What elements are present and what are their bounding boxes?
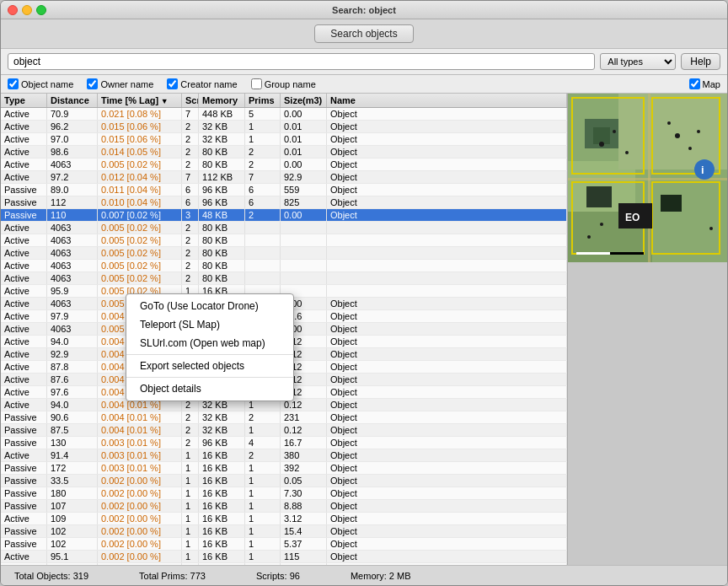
table-cell: 8.88 [281,500,327,512]
table-cell: Object [327,298,567,309]
search-objects-button[interactable]: Search objects [314,24,413,43]
table-row[interactable]: Active97.20.012 [0.04 %]7112 KB792.9Obje… [1,171,567,184]
search-input[interactable] [8,53,595,70]
table-cell: 0.01 [281,146,327,158]
context-menu-item[interactable]: GoTo (Use Locator Drone) [126,297,293,315]
table-cell: 1 [182,513,199,524]
table-cell: 392 [281,462,327,474]
table-cell: 107 [47,500,98,512]
table-row[interactable]: Passive1300.003 [0.01 %]296 KB416.7Objec… [1,437,567,449]
table-row[interactable]: Passive87.50.004 [0.01 %]232 KB10.12Obje… [1,424,567,437]
col-memory[interactable]: Memory [199,94,245,107]
table-row[interactable]: Passive1120.010 [0.04 %]696 KB6825Object [1,196,567,209]
map-image[interactable]: EO i [568,94,727,262]
svg-point-22 [688,147,692,150]
help-button[interactable]: Help [681,53,720,70]
table-cell: 96 KB [199,196,245,208]
col-size[interactable]: Size(m3) [281,94,327,107]
table-row[interactable]: Active40630.005 [0.02 %]280 KB [1,234,567,247]
table-row[interactable]: Active40630.005 [0.02 %]280 KB [1,272,567,285]
table-cell: 96 KB [199,184,245,196]
table-cell: 8.93 [281,563,327,565]
table-row[interactable]: Passive1020.002 [0.00 %]116 KB115.4Objec… [1,525,567,538]
table-row[interactable]: Active70.90.021 [0.08 %]7448 KB50.00Obje… [1,108,567,121]
table-cell: 1 [245,424,281,436]
table-cell: Active [1,361,47,373]
close-button[interactable] [8,5,18,15]
table-cell: Object [327,563,567,565]
table-cell: 102 [47,525,98,537]
context-menu-item[interactable]: Object details [126,379,293,398]
col-name[interactable]: Name [327,94,567,107]
table-row[interactable]: Passive1100.007 [0.02 %]348 KB20.00Objec… [1,209,567,222]
table-cell: 4063 [47,272,98,284]
table-cell: Object [327,462,567,474]
col-type[interactable]: Type [1,94,47,107]
svg-rect-12 [586,186,612,207]
type-select[interactable]: All types [600,53,676,70]
filter-map[interactable]: Map [689,78,720,89]
creator-name-checkbox[interactable] [167,78,178,89]
table-cell: Active [1,399,47,411]
context-menu-item[interactable]: SLUrl.com (Open web map) [126,334,293,352]
table-cell: Object [327,538,567,550]
table-cell: 6 [182,184,199,196]
filter-object-name[interactable]: Object name [8,78,73,89]
table-row[interactable]: Active95.10.002 [0.00 %]116 KB1115Object [1,551,567,563]
table-cell: 89.0 [47,184,98,196]
table-cell: 2 [182,260,199,271]
table-cell: 2 [182,159,199,170]
table-cell: Active [1,336,47,347]
table-cell [245,247,281,259]
table-row[interactable]: Active91.40.003 [0.01 %]116 KB2380Object [1,449,567,462]
owner-name-label: Owner name [100,79,153,89]
object-name-checkbox[interactable] [8,78,19,89]
col-prims[interactable]: Prims [245,94,281,107]
table-row[interactable]: Passive33.50.002 [0.00 %]116 KB10.05Obje… [1,475,567,487]
table-row[interactable]: Active40630.005 [0.02 %]280 KB [1,260,567,272]
table-row[interactable]: Passive89.00.011 [0.04 %]696 KB6559Objec… [1,184,567,196]
table-row[interactable]: Active1090.002 [0.00 %]116 KB13.12Object [1,513,567,525]
table-cell: 0.05 [281,475,327,487]
col-time[interactable]: Time [% Lag] [98,94,182,107]
minimize-button[interactable] [22,5,32,15]
table-cell: 33.5 [47,475,98,487]
map-checkbox[interactable] [689,78,700,89]
table-cell: 5.37 [281,538,327,550]
table-cell: Passive [1,475,47,487]
context-menu-item[interactable]: Export selected objects [126,357,293,375]
table-cell: 0.002 [0.00 %] [98,500,182,512]
table-cell: 1 [245,500,281,512]
table-row[interactable]: Active97.00.015 [0.06 %]232 KB10.01Objec… [1,133,567,146]
table-cell: Object [327,424,567,436]
filter-creator-name[interactable]: Creator name [167,78,237,89]
table-cell: 15.4 [281,525,327,537]
table-cell: Object [327,487,567,499]
table-row[interactable]: Passive1720.003 [0.01 %]116 KB1392Object [1,462,567,475]
table-row[interactable]: Passive90.60.004 [0.01 %]232 KB2231Objec… [1,411,567,424]
table-row[interactable]: Active40630.005 [0.02 %]280 KB [1,247,567,260]
table-row[interactable]: Active98.60.014 [0.05 %]280 KB20.01Objec… [1,146,567,159]
owner-name-checkbox[interactable] [87,78,98,89]
table-cell: 1 [245,121,281,132]
table-row[interactable]: Active40630.005 [0.02 %]280 KB20.00Objec… [1,159,567,171]
table-row[interactable]: Passive1800.002 [0.00 %]116 KB17.30Objec… [1,487,567,500]
col-distance[interactable]: Distance [47,94,98,107]
table-row[interactable]: Active97.10.002 [0.00 %]116 KB18.93Objec… [1,563,567,565]
table-cell: 1 [245,563,281,565]
filter-owner-name[interactable]: Owner name [87,78,153,89]
table-cell: 80 KB [199,222,245,234]
table-cell: 110 [47,209,98,221]
table-row[interactable]: Active40630.005 [0.02 %]280 KB [1,222,567,234]
filter-group-name[interactable]: Group name [251,78,316,89]
table-cell: Active [1,298,47,309]
table-row[interactable]: Active96.20.015 [0.06 %]232 KB10.01Objec… [1,121,567,133]
table-cell: 2 [182,222,199,234]
group-name-checkbox[interactable] [251,78,262,89]
svg-point-21 [675,133,680,138]
context-menu-item[interactable]: Teleport (SL Map) [126,315,293,334]
maximize-button[interactable] [36,5,46,15]
col-scripts[interactable]: Scripts [182,94,199,107]
table-row[interactable]: Passive1020.002 [0.00 %]116 KB15.37Objec… [1,538,567,551]
table-row[interactable]: Passive1070.002 [0.00 %]116 KB18.88Objec… [1,500,567,513]
